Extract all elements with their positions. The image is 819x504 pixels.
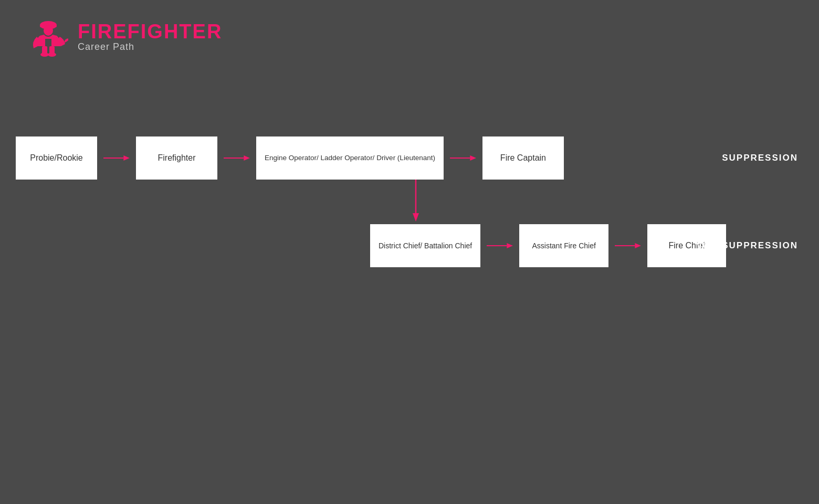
non-suppression-label: NON-SUPPRESSION <box>695 240 798 251</box>
page-title: FIREFIGHTER <box>78 22 222 41</box>
probie-rookie-box: Probie/Rookie <box>16 136 97 180</box>
firefighter-icon <box>26 16 68 58</box>
arrow-eo-to-fc <box>450 152 476 164</box>
vertical-arrow-section <box>16 180 803 224</box>
district-chief-label: District Chief/ Battalion Chief <box>379 241 472 250</box>
arrow-ff-to-eo <box>224 152 250 164</box>
suppression-label: SUPPRESSION <box>722 153 798 163</box>
arrow-probie-to-ff <box>103 152 130 164</box>
svg-point-5 <box>40 52 49 57</box>
engine-operator-box: Engine Operator/ Ladder Operator/ Driver… <box>256 136 444 180</box>
page-header: FIREFIGHTER Career Path <box>26 16 222 58</box>
svg-marker-14 <box>413 213 419 222</box>
district-chief-box: District Chief/ Battalion Chief <box>370 224 480 267</box>
svg-marker-8 <box>123 155 130 161</box>
suppression-row: Probie/Rookie Firefighter Engine Operato… <box>16 136 803 180</box>
firefighter-label: Firefighter <box>158 153 195 164</box>
assistant-fire-chief-box: Assistant Fire Chief <box>519 224 608 267</box>
probie-rookie-label: Probie/Rookie <box>30 153 83 164</box>
page-subtitle: Career Path <box>78 41 222 52</box>
svg-point-2 <box>44 25 53 36</box>
engine-operator-label: Engine Operator/ Ladder Operator/ Driver… <box>265 153 435 163</box>
svg-point-6 <box>48 52 56 57</box>
fire-captain-box: Fire Captain <box>482 136 564 180</box>
svg-marker-10 <box>244 155 250 161</box>
svg-marker-18 <box>635 243 642 248</box>
fire-captain-label: Fire Captain <box>500 153 546 164</box>
non-suppression-row: District Chief/ Battalion Chief Assistan… <box>16 224 803 267</box>
header-text-block: FIREFIGHTER Career Path <box>78 22 222 52</box>
svg-marker-12 <box>470 155 476 161</box>
arrow-dc-to-afc <box>487 239 513 252</box>
svg-marker-16 <box>507 243 513 248</box>
arrow-afc-to-fchief <box>615 239 641 252</box>
firefighter-box: Firefighter <box>136 136 217 180</box>
career-path-diagram: Probie/Rookie Firefighter Engine Operato… <box>16 136 803 267</box>
assistant-fire-chief-label: Assistant Fire Chief <box>532 241 596 250</box>
